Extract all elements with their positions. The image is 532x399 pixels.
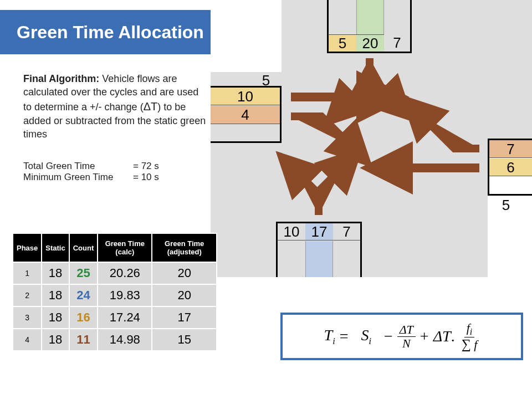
total-green-value: = 72 s (133, 161, 159, 172)
th-count: Count (69, 233, 98, 262)
north-lane-mid: 20 (356, 34, 384, 52)
table-row: 2 18 24 19.83 20 (13, 284, 217, 306)
th-calc: Green Time (calc) (98, 233, 152, 262)
west-lane-bot: 4 (211, 106, 280, 124)
east-lane-mid: 6 (489, 158, 532, 176)
algorithm-description: Final Algorithm: Vehicle flows are calcu… (23, 72, 206, 141)
north-lane-left: 5 (329, 34, 356, 52)
equation-box: Ti = Si − ΔT N + ΔT. fi ∑ f (280, 313, 523, 360)
intersection-diagram: 5 20 7 5 10 4 7 6 5 10 17 7 (211, 0, 532, 277)
min-green-value: = 10 s (133, 172, 159, 183)
south-lane-left: 10 (278, 223, 305, 241)
th-phase: Phase (13, 233, 42, 262)
equation: Ti = Si − ΔT N + ΔT. fi ∑ f (324, 321, 480, 351)
algorithm-heading: Final Algorithm: (23, 73, 99, 84)
summary-block: Total Green Time = 72 s Minimum Green Ti… (23, 161, 159, 183)
th-adjusted: Green Time (adjusted) (152, 233, 217, 262)
phase-table: Phase Static Count Green Time (calc) Gre… (12, 233, 217, 351)
delta-t-symbol: ΔT (144, 100, 158, 112)
west-lane-top: 5 (252, 72, 280, 86)
table-row: 1 18 25 20.26 20 (13, 262, 217, 284)
table-row: 3 18 16 17.24 17 (13, 306, 217, 329)
th-static: Static (42, 233, 69, 262)
north-lane-right: 7 (384, 34, 410, 52)
south-lane-right: 7 (333, 223, 360, 241)
east-lane-bot: 5 (489, 197, 523, 212)
table-row: 4 18 11 14.98 15 (13, 329, 217, 351)
page-title: Green Time Allocation (17, 22, 204, 43)
total-green-label: Total Green Time (23, 161, 133, 172)
south-lane-mid: 17 (305, 223, 333, 241)
west-lane-mid: 10 (211, 88, 280, 105)
east-lane-top: 7 (489, 140, 532, 158)
min-green-label: Minimum Green Time (23, 172, 133, 183)
